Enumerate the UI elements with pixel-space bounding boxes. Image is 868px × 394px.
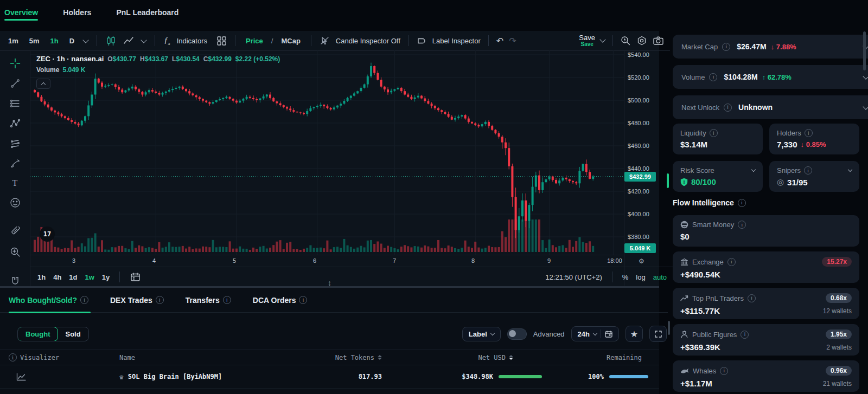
tab-transfers[interactable]: Transfersi: [186, 288, 231, 312]
price-scale-button[interactable]: Price: [243, 36, 266, 46]
sort-icon[interactable]: [378, 355, 382, 360]
zoom-in-tool-icon[interactable]: [6, 247, 24, 257]
interval-5m-button[interactable]: 5m: [27, 36, 42, 46]
sort-icon-active[interactable]: [509, 355, 513, 360]
info-icon[interactable]: i: [223, 296, 231, 304]
axis-settings-gear-icon[interactable]: ⚙: [639, 257, 644, 265]
liquidity-card[interactable]: Liquidityi $3.14M: [673, 124, 763, 154]
percent-scale-button[interactable]: %: [622, 273, 629, 281]
tab-overview[interactable]: Overview: [4, 0, 38, 25]
tab-dex-trades[interactable]: DEX Tradesi: [110, 288, 164, 312]
info-icon[interactable]: i: [738, 199, 746, 207]
scroll-marker-green[interactable]: [667, 173, 669, 188]
text-tool-icon[interactable]: T: [6, 178, 24, 188]
range-1w-button[interactable]: 1w: [85, 273, 94, 281]
next-unlock-card[interactable]: Next Unlocki Unknown: [673, 95, 868, 119]
tab-who-bought-sold[interactable]: Who Bought/Sold?i: [9, 288, 88, 312]
range-4h-button[interactable]: 4h: [53, 273, 61, 281]
interval-dropdown-chevron[interactable]: [82, 38, 89, 43]
go-to-date-calendar-icon[interactable]: [130, 272, 141, 282]
price-axis[interactable]: $540.00 $520.00 $500.00 $480.00 $460.00 …: [624, 50, 660, 286]
chevron-down-icon[interactable]: [751, 167, 756, 172]
exchange-card[interactable]: Exchangei 15.27x +$490.54K: [673, 251, 859, 283]
info-icon[interactable]: i: [156, 296, 164, 304]
magnet-tool-icon[interactable]: [6, 276, 24, 287]
holders-card[interactable]: Holdersi 7,330↓ 0.85%: [769, 124, 859, 154]
chevron-down-icon[interactable]: [863, 73, 868, 79]
calendar-icon[interactable]: [605, 331, 612, 338]
range-1d-button[interactable]: 1d: [69, 273, 77, 281]
tradingview-logo[interactable]: 17: [40, 227, 55, 242]
info-icon[interactable]: i: [738, 221, 746, 229]
save-button[interactable]: Save Save: [579, 34, 595, 47]
info-icon[interactable]: i: [741, 331, 749, 339]
advanced-toggle[interactable]: [507, 328, 527, 340]
tab-holders[interactable]: Holders: [63, 0, 91, 25]
table-row[interactable]: ♛SOL Big Brain [ByiAbN9M] 817.93 $348.98…: [0, 365, 659, 389]
tab-pnl-leaderboard[interactable]: PnL Leaderboard: [116, 0, 178, 25]
chart-plot-area[interactable]: ZEC · 1h · nansen.ai O$430.77 H$433.67 L…: [30, 50, 624, 255]
smart-money-card[interactable]: Smart Moneyi $0: [673, 215, 859, 247]
crosshair-tool-icon[interactable]: [6, 58, 24, 69]
info-icon[interactable]: i: [722, 43, 730, 51]
clock-timezone[interactable]: 12:21:50 (UTC+2): [545, 273, 602, 281]
col-remaining[interactable]: Remaining: [545, 354, 654, 361]
indicators-button[interactable]: Indicators: [177, 37, 207, 45]
visualizer-chart-icon[interactable]: [0, 373, 116, 381]
interval-1m-button[interactable]: 1m: [5, 36, 21, 46]
top-pnl-traders-card[interactable]: Top PnL Tradersi 0.68x +$115.77K12 walle…: [673, 288, 859, 319]
settings-gear-icon[interactable]: [636, 35, 648, 47]
bought-toggle-button[interactable]: Bought: [17, 327, 58, 341]
table-row[interactable]: [A5Ph17MF] 781.55 $318.66K 100%: [0, 389, 659, 394]
save-dropdown-chevron[interactable]: [599, 38, 606, 43]
snipers-card[interactable]: Snipersi ◎31/95: [769, 161, 859, 192]
layout-grid-icon[interactable]: [216, 35, 227, 47]
range-1h-button[interactable]: 1h: [37, 273, 46, 281]
volume-card[interactable]: Volumei $104.28M ↑ 62.78%: [673, 65, 868, 89]
chevron-down-icon[interactable]: [863, 104, 868, 109]
legend-collapse-button[interactable]: [36, 79, 50, 89]
chart-symbol-title[interactable]: ZEC · 1h · nansen.ai: [36, 55, 104, 63]
info-icon[interactable]: i: [9, 353, 17, 361]
time-axis[interactable]: 3 4 5 6 7 8 9 18:00: [30, 255, 624, 267]
line-style-icon[interactable]: [123, 35, 135, 46]
info-icon[interactable]: i: [299, 296, 307, 304]
info-icon[interactable]: i: [709, 73, 717, 81]
sold-toggle-button[interactable]: Sold: [58, 327, 88, 341]
market-cap-card[interactable]: Market Capi $26.47M ↓ 7.88%: [673, 35, 868, 59]
info-icon[interactable]: i: [710, 129, 718, 137]
panel-resize-grip-icon[interactable]: ↕: [328, 279, 331, 287]
info-icon[interactable]: i: [720, 367, 728, 375]
label-inspector-toggle[interactable]: Label Inspector: [432, 37, 481, 45]
interval-1h-button[interactable]: 1h: [48, 36, 61, 46]
label-filter-dropdown[interactable]: Label: [462, 327, 501, 341]
favorite-star-button[interactable]: ★: [626, 326, 643, 342]
redo-icon[interactable]: ↷: [509, 36, 516, 46]
col-visualizer[interactable]: iVisualizer: [0, 353, 116, 361]
scroll-thumb[interactable]: [668, 321, 670, 335]
chevron-down-icon[interactable]: [848, 167, 852, 172]
info-icon[interactable]: i: [748, 294, 756, 302]
info-icon[interactable]: i: [804, 166, 812, 175]
info-icon[interactable]: i: [805, 129, 813, 137]
range-1y-button[interactable]: 1y: [102, 273, 110, 281]
sidebar-scrollbar-thumb[interactable]: [863, 31, 866, 70]
pattern-tool-icon[interactable]: [6, 118, 24, 129]
info-icon[interactable]: i: [80, 296, 88, 304]
mcap-scale-button[interactable]: MCap: [278, 36, 303, 46]
interval-d-button[interactable]: D: [67, 36, 77, 46]
risk-score-card[interactable]: Risk Score ! 80/100: [673, 161, 763, 192]
emoji-tool-icon[interactable]: [6, 197, 24, 208]
fib-lines-tool-icon[interactable]: [6, 98, 24, 109]
wallet-name[interactable]: ♛SOL Big Brain [ByiAbN9M]: [116, 373, 328, 381]
quick-search-icon[interactable]: [620, 35, 631, 47]
candle-inspector-toggle[interactable]: Candle Inspector Off: [336, 37, 400, 45]
time-range-dropdown[interactable]: 24h: [571, 326, 619, 341]
public-figures-card[interactable]: Public Figuresi 1.95x +$369.39K2 wallets: [673, 324, 859, 356]
indicators-fx-icon[interactable]: ƒx: [163, 35, 171, 47]
info-icon[interactable]: i: [727, 258, 736, 266]
log-scale-button[interactable]: log: [636, 273, 645, 281]
info-icon[interactable]: i: [724, 104, 732, 112]
col-name[interactable]: Name: [116, 354, 328, 361]
col-net-tokens[interactable]: Net Tokens: [328, 354, 382, 361]
